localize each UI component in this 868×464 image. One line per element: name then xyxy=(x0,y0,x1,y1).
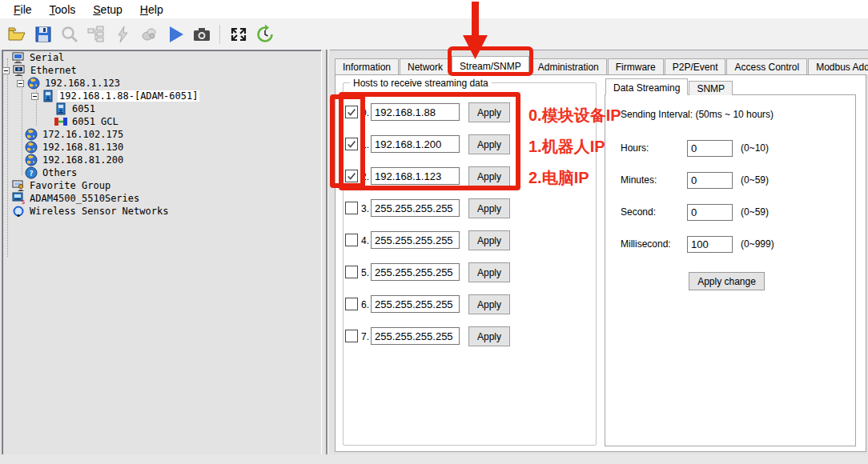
host-checkbox-5[interactable] xyxy=(345,266,358,278)
host-index-6: 6. xyxy=(361,299,369,310)
run-icon[interactable] xyxy=(162,22,188,46)
menu-setup[interactable]: Setup xyxy=(84,1,131,18)
save-icon[interactable] xyxy=(30,22,56,46)
tab-modbus-address[interactable]: Modbus Address xyxy=(808,58,868,74)
tree-item-wireless-sensor-networks[interactable]: Wireless Sensor Networks xyxy=(12,205,170,218)
apply-button-2[interactable]: Apply xyxy=(468,166,510,186)
host-index-5: 5. xyxy=(361,267,369,278)
host-ip-input-5[interactable] xyxy=(371,263,460,281)
tab-administration[interactable]: Administration xyxy=(530,58,607,74)
subtab-data-streaming[interactable]: Data Streaming xyxy=(605,78,688,95)
stamp-icon[interactable] xyxy=(135,22,162,46)
host-checkbox-6[interactable] xyxy=(345,298,358,310)
tree-item-ip-192-168-81-130[interactable]: 192.168.81.130 xyxy=(25,141,125,154)
tree-item-favorite-group[interactable]: Favorite Group xyxy=(12,179,112,192)
apply-button-6[interactable]: Apply xyxy=(468,294,510,314)
host-ip-input-3[interactable] xyxy=(371,199,460,217)
second-range: (0~59) xyxy=(741,206,769,218)
host-checkbox-0[interactable] xyxy=(345,106,358,118)
tree-item-adam-6051[interactable]: 192.168.1.88-[ADAM-6051] xyxy=(31,90,199,102)
menu-tools[interactable]: Tools xyxy=(41,1,85,18)
right-panel-top-border xyxy=(330,50,868,50)
snapshot-icon[interactable] xyxy=(188,22,215,46)
tab-p2p-event[interactable]: P2P/Event xyxy=(665,58,726,74)
device-tree-icon[interactable] xyxy=(82,22,109,46)
host-index-3: 3. xyxy=(361,203,369,214)
host-index-2: 2. xyxy=(361,171,369,182)
host-index-7: 7. xyxy=(361,331,369,342)
host-checkbox-3[interactable] xyxy=(345,202,358,214)
tree-item-ip-192-168-1-123[interactable]: 192.168.1.123 xyxy=(17,77,122,90)
host-ip-input-7[interactable] xyxy=(371,327,460,345)
computer-icon xyxy=(12,51,25,64)
hours-range: (0~10) xyxy=(741,142,769,154)
second-input[interactable] xyxy=(687,204,733,221)
host-ip-input-0[interactable] xyxy=(371,103,460,121)
panel-splitter[interactable] xyxy=(326,50,328,462)
adam4500-icon: 5 xyxy=(12,192,25,205)
millisecond-input[interactable] xyxy=(687,236,733,253)
second-label: Second: xyxy=(621,206,656,218)
minutes-input[interactable] xyxy=(687,172,733,189)
globe-icon xyxy=(25,154,38,166)
collapse-icon[interactable] xyxy=(31,93,38,100)
tree-item-ip-172-16-102-175[interactable]: 172.16.102.175 xyxy=(25,128,125,141)
subtab-snmp[interactable]: SNMP xyxy=(689,81,733,95)
hours-input[interactable] xyxy=(687,140,733,157)
tab-network[interactable]: Network xyxy=(400,58,451,74)
host-checkbox-1[interactable] xyxy=(345,138,358,150)
tab-stream-snmp[interactable]: Stream/SNMP xyxy=(452,56,529,74)
open-folder-icon[interactable] xyxy=(3,22,30,46)
lightning-icon[interactable] xyxy=(109,22,135,46)
host-ip-input-6[interactable] xyxy=(371,295,460,313)
apply-button-5[interactable]: Apply xyxy=(468,262,510,282)
tree-item-6051[interactable]: 6051 xyxy=(54,102,97,115)
menu-help[interactable]: Help xyxy=(131,1,172,18)
host-ip-input-2[interactable] xyxy=(371,167,460,185)
host-checkbox-7[interactable] xyxy=(345,330,358,342)
tree-item-others[interactable]: ? Others xyxy=(25,166,78,179)
device-tree-panel xyxy=(2,50,322,462)
minutes-range: (0~59) xyxy=(741,174,769,186)
apply-button-4[interactable]: Apply xyxy=(468,230,510,250)
toolbar xyxy=(0,18,868,50)
tree-item-ethernet[interactable]: Ethernet xyxy=(2,64,78,77)
globe-icon xyxy=(27,77,40,90)
search-icon[interactable] xyxy=(56,22,82,46)
host-checkbox-4[interactable] xyxy=(345,234,358,246)
apply-button-1[interactable]: Apply xyxy=(468,134,510,154)
stream-subtabs: Data Streaming SNMP xyxy=(605,78,733,95)
apply-change-button[interactable]: Apply change xyxy=(689,272,765,290)
tree-item-ip-192-168-81-200[interactable]: 192.168.81.200 xyxy=(25,154,125,166)
globe-icon xyxy=(25,128,38,141)
apply-button-7[interactable]: Apply xyxy=(468,326,510,346)
host-ip-input-1[interactable] xyxy=(371,135,460,153)
favorite-group-icon xyxy=(12,179,25,192)
collapse-icon[interactable] xyxy=(17,80,24,87)
menu-file[interactable]: File xyxy=(5,1,41,18)
refresh-icon[interactable] xyxy=(251,22,278,46)
module-icon xyxy=(54,102,67,115)
apply-button-0[interactable]: Apply xyxy=(468,102,510,122)
millisecond-label: Millisecond: xyxy=(621,238,671,250)
bottom-strip xyxy=(0,454,868,464)
host-index-0: 0. xyxy=(361,107,369,118)
host-index-4: 4. xyxy=(361,235,369,246)
collapse-icon[interactable] xyxy=(2,67,10,74)
wireless-node-icon xyxy=(12,205,25,218)
host-ip-input-4[interactable] xyxy=(371,231,460,249)
tree-item-adam4500-series[interactable]: 5 ADAM4500_5510Series xyxy=(12,192,141,205)
globe-icon xyxy=(25,141,38,154)
tab-firmware[interactable]: Firmware xyxy=(608,58,664,74)
gcl-icon xyxy=(54,115,67,128)
fullscreen-icon[interactable] xyxy=(225,22,251,46)
toolbar-separator xyxy=(219,25,220,44)
host-checkbox-2[interactable] xyxy=(345,170,358,182)
tab-access-control[interactable]: Access Control xyxy=(726,58,807,74)
apply-button-3[interactable]: Apply xyxy=(468,198,510,218)
tree-item-6051-gcl[interactable]: 6051 GCL xyxy=(54,115,120,128)
tree-item-serial[interactable]: Serial xyxy=(12,51,66,64)
annotation-robot-ip: 1.机器人IP xyxy=(528,136,605,158)
tab-information[interactable]: Information xyxy=(335,58,399,74)
annotation-pc-ip: 2.电脑IP xyxy=(528,167,589,189)
